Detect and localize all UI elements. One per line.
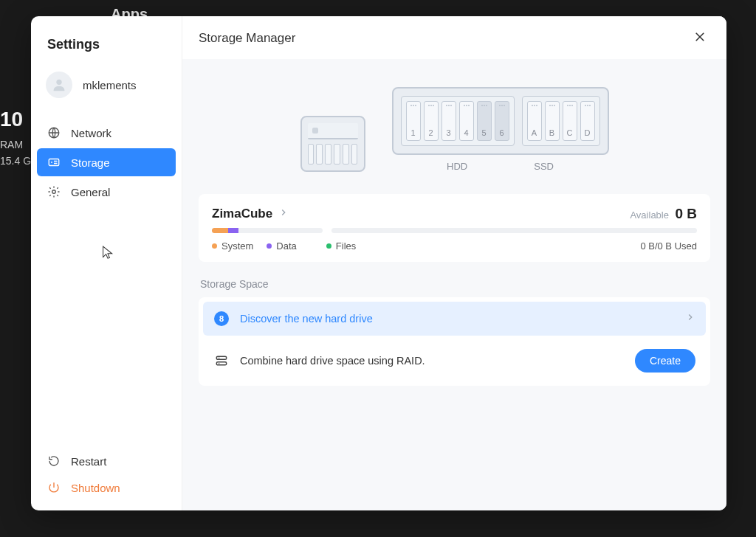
shutdown-label: Shutdown xyxy=(71,482,120,494)
device-diagram: 1 2 3 4 5 6 A B C D xyxy=(199,87,710,172)
discover-text: Discover the new hard drive xyxy=(240,313,675,325)
storage-name: ZimaCube xyxy=(212,207,272,221)
main-content: 1 2 3 4 5 6 A B C D xyxy=(182,59,726,510)
main-panel: Storage Manager xyxy=(182,16,726,510)
ssd-bay-d: D xyxy=(580,101,595,141)
hdd-bay-1: 1 xyxy=(406,101,421,141)
usage-bar-system xyxy=(212,228,323,233)
legend-files: Files xyxy=(336,240,356,252)
svg-point-0 xyxy=(56,80,61,85)
sidebar-item-general[interactable]: General xyxy=(37,178,176,206)
ssd-bay-c: C xyxy=(563,101,577,141)
available-value: 0 B xyxy=(675,206,697,221)
svg-point-11 xyxy=(219,358,220,359)
ssd-label: SSD xyxy=(534,161,554,172)
raid-text: Combine hard drive space using RAID. xyxy=(240,355,625,367)
settings-modal: Settings mklements Network Storage xyxy=(31,16,726,510)
svg-point-12 xyxy=(219,363,220,364)
restart-button[interactable]: Restart xyxy=(37,448,176,474)
background-stats: 10 RAM 15.4 G xyxy=(0,103,31,170)
user-row[interactable]: mklements xyxy=(37,66,176,104)
hdd-bays: 1 2 3 4 5 6 xyxy=(401,96,515,146)
hdd-bay-3: 3 xyxy=(441,101,456,141)
used-text: 0 B/0 B Used xyxy=(640,240,697,252)
ssd-bay-b: B xyxy=(545,101,560,141)
legend-system: System xyxy=(221,240,253,252)
globe-icon xyxy=(47,126,61,139)
sidebar-item-label: Network xyxy=(71,127,111,139)
svg-rect-10 xyxy=(216,362,226,365)
legend-dot-files xyxy=(326,243,331,249)
sidebar-item-storage[interactable]: Storage xyxy=(37,148,176,176)
avatar xyxy=(46,72,72,98)
hdd-bay-4: 4 xyxy=(459,101,474,141)
gear-icon xyxy=(47,185,61,198)
chevron-right-icon xyxy=(278,207,289,221)
usage-bar-files xyxy=(331,228,697,233)
discover-drive-row[interactable]: 8 Discover the new hard drive xyxy=(203,302,706,336)
sidebar-bottom: Restart Shutdown xyxy=(37,441,176,500)
raid-row: Combine hard drive space using RAID. Cre… xyxy=(203,340,706,381)
ssd-bays: A B C D xyxy=(522,96,600,146)
device-enclosure: 1 2 3 4 5 6 A B C D xyxy=(392,87,609,155)
hdd-bay-5: 5 xyxy=(477,101,492,141)
close-button[interactable] xyxy=(690,28,710,49)
discover-count-badge: 8 xyxy=(214,311,229,326)
ssd-bay-a: A xyxy=(527,101,542,141)
sidebar-item-label: Storage xyxy=(71,156,110,169)
sidebar-item-label: General xyxy=(71,186,110,198)
create-raid-button[interactable]: Create xyxy=(635,349,695,373)
storage-summary-card: ZimaCube Available 0 B xyxy=(199,194,710,262)
storage-name-link[interactable]: ZimaCube xyxy=(212,207,289,221)
available-block: Available 0 B xyxy=(630,206,697,222)
hdd-bay-2: 2 xyxy=(424,101,439,141)
usage-bars xyxy=(212,228,697,233)
svg-point-6 xyxy=(52,190,56,194)
svg-point-3 xyxy=(51,162,52,163)
shutdown-button[interactable]: Shutdown xyxy=(37,475,176,500)
storage-space-list: 8 Discover the new hard drive Combine ha… xyxy=(199,297,710,386)
storage-icon xyxy=(47,156,61,169)
restart-icon xyxy=(47,454,61,468)
main-header: Storage Manager xyxy=(182,16,726,59)
svg-rect-2 xyxy=(49,159,59,166)
legend-dot-data xyxy=(267,243,272,249)
legend-data: Data xyxy=(276,240,296,252)
sidebar: Settings mklements Network Storage xyxy=(31,16,182,510)
restart-label: Restart xyxy=(71,455,106,468)
hdd-label: HDD xyxy=(447,161,467,172)
legend: System Data Files xyxy=(212,240,356,252)
username: mklements xyxy=(83,79,137,91)
power-icon xyxy=(47,481,61,494)
available-label: Available xyxy=(630,209,669,221)
device-unit-main xyxy=(300,116,365,172)
drives-icon xyxy=(213,353,230,369)
sidebar-title: Settings xyxy=(37,30,176,66)
section-title-storage-space: Storage Space xyxy=(200,278,710,290)
hdd-bay-6: 6 xyxy=(495,101,509,141)
legend-dot-system xyxy=(212,243,217,249)
chevron-right-icon xyxy=(685,312,695,325)
svg-rect-9 xyxy=(216,356,226,359)
sidebar-item-network[interactable]: Network xyxy=(37,119,176,147)
close-icon xyxy=(693,30,707,46)
page-title: Storage Manager xyxy=(199,31,295,46)
sidebar-nav: Network Storage General xyxy=(37,119,176,206)
